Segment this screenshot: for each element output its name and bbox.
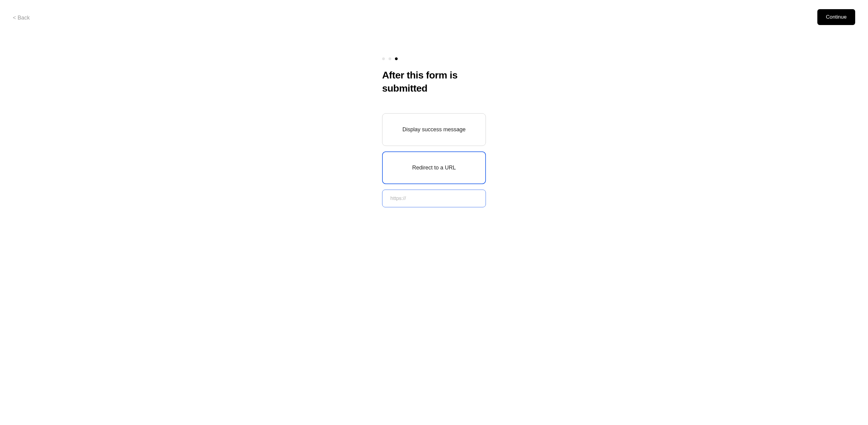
progress-indicator <box>382 57 486 60</box>
progress-dot-1 <box>382 57 385 60</box>
continue-button[interactable]: Continue <box>817 9 855 25</box>
progress-dot-3 <box>395 57 398 60</box>
back-button[interactable]: < Back <box>13 9 30 21</box>
page-title: After this form is submitted <box>382 69 486 95</box>
header: < Back Continue <box>0 0 868 34</box>
option-redirect-url[interactable]: Redirect to a URL <box>382 151 486 184</box>
url-input[interactable] <box>382 190 486 207</box>
option-display-success[interactable]: Display success message <box>382 113 486 146</box>
progress-dot-2 <box>389 57 391 60</box>
